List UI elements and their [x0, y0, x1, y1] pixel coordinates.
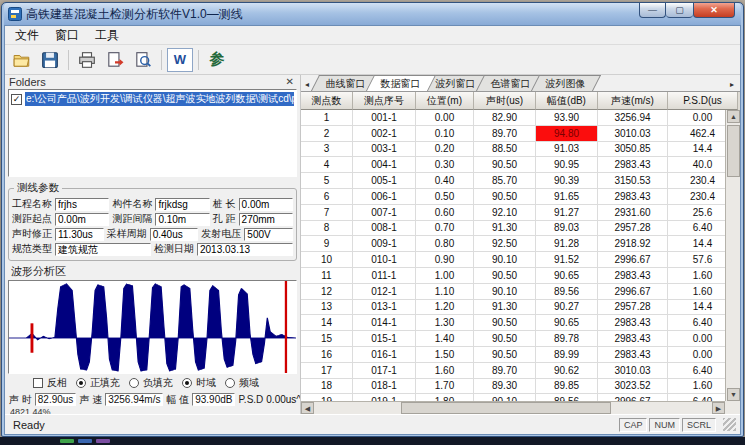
column-header-7[interactable]: P.S.D(us — [668, 92, 738, 110]
cell[interactable]: 89.70 — [474, 126, 536, 142]
tab-scroll-right-icon[interactable]: ▸ — [728, 80, 736, 91]
domain-radio-1[interactable] — [182, 378, 192, 388]
cell[interactable]: 89.78 — [536, 331, 598, 347]
cell[interactable]: 007-1 — [353, 205, 416, 221]
column-header-4[interactable]: 声时(us) — [474, 92, 536, 110]
cell[interactable]: 2 — [301, 126, 353, 142]
cell[interactable]: 3050.85 — [598, 142, 668, 158]
cell[interactable]: 010-1 — [353, 252, 416, 268]
cell[interactable]: 6.40 — [668, 363, 725, 379]
cell[interactable]: 91.03 — [536, 142, 598, 158]
tree-item[interactable]: e:\公司产品\波列开发\调试仪器\超声波实地波列数据\测试cd\p003\p.… — [9, 90, 296, 108]
cell[interactable]: 89.70 — [474, 363, 536, 379]
cell[interactable]: 11 — [301, 268, 353, 284]
export-button[interactable] — [102, 48, 128, 72]
horizontal-scrollbar[interactable]: ◀ ▶ — [301, 401, 725, 414]
cell[interactable]: 90.65 — [536, 268, 598, 284]
cell[interactable]: 014-1 — [353, 315, 416, 331]
cell[interactable]: 4 — [301, 157, 353, 173]
cell[interactable]: 019-1 — [353, 394, 416, 401]
cell[interactable]: 91.30 — [474, 300, 536, 316]
cell[interactable]: 91.52 — [536, 252, 598, 268]
cell[interactable]: 82.90 — [474, 110, 536, 126]
cell[interactable]: 85.70 — [474, 173, 536, 189]
cell[interactable]: 90.10 — [474, 394, 536, 401]
cell[interactable]: 2918.92 — [598, 236, 668, 252]
cell[interactable]: 10 — [301, 252, 353, 268]
cell[interactable]: 2983.43 — [598, 157, 668, 173]
cell[interactable]: 89.30 — [474, 379, 536, 395]
cell[interactable]: 2996.67 — [598, 252, 668, 268]
panel-close-icon[interactable]: ✕ — [284, 77, 296, 87]
scroll-down-icon[interactable]: ▼ — [727, 388, 740, 401]
cell[interactable]: 009-1 — [353, 236, 416, 252]
cell[interactable]: 005-1 — [353, 173, 416, 189]
open-button[interactable] — [9, 48, 35, 72]
resize-grip[interactable] — [723, 418, 736, 431]
cell[interactable]: 0.40 — [416, 173, 474, 189]
cell[interactable]: 89.03 — [536, 221, 598, 237]
cell[interactable]: 91.27 — [536, 205, 598, 221]
cell[interactable]: 2983.43 — [598, 268, 668, 284]
cell[interactable]: 0.50 — [416, 189, 474, 205]
cell[interactable]: 2996.67 — [598, 394, 668, 401]
cell[interactable]: 1.50 — [416, 347, 474, 363]
cell[interactable]: 90.27 — [536, 300, 598, 316]
horizontal-scroll-thumb[interactable] — [401, 402, 611, 414]
cell[interactable]: 90.50 — [474, 268, 536, 284]
cell[interactable]: 90.65 — [536, 315, 598, 331]
fill-radio-1[interactable] — [76, 378, 86, 388]
cell[interactable]: 462.4 — [668, 126, 725, 142]
taskbar-item[interactable] — [60, 439, 74, 443]
preview-button[interactable] — [130, 48, 156, 72]
cell[interactable]: 6 — [301, 189, 353, 205]
cell[interactable]: 0.10 — [416, 126, 474, 142]
cell[interactable]: 16 — [301, 347, 353, 363]
cell[interactable]: 0.70 — [416, 221, 474, 237]
cell[interactable]: 90.50 — [474, 331, 536, 347]
cell[interactable]: 0.00 — [668, 331, 725, 347]
cell[interactable]: 14.4 — [668, 142, 725, 158]
cell[interactable]: 0.60 — [416, 205, 474, 221]
cell[interactable]: 008-1 — [353, 221, 416, 237]
cell[interactable]: 89.99 — [536, 347, 598, 363]
cell[interactable]: 90.10 — [474, 252, 536, 268]
cell[interactable]: 0.00 — [668, 347, 725, 363]
cell[interactable]: 3010.03 — [598, 363, 668, 379]
cell[interactable]: 12 — [301, 284, 353, 300]
cell[interactable]: 004-1 — [353, 157, 416, 173]
cell[interactable]: 90.39 — [536, 173, 598, 189]
cell[interactable]: 2983.43 — [598, 331, 668, 347]
cell[interactable]: 002-1 — [353, 126, 416, 142]
invert-checkbox[interactable] — [33, 378, 43, 388]
cell[interactable]: 3023.52 — [598, 379, 668, 395]
cell[interactable]: 016-1 — [353, 347, 416, 363]
cell[interactable]: 1.00 — [416, 268, 474, 284]
cell[interactable]: 91.30 — [474, 221, 536, 237]
menu-item-1[interactable]: 文件 — [7, 26, 47, 45]
cell[interactable]: 40.0 — [668, 157, 725, 173]
fill-radio-2[interactable] — [129, 378, 139, 388]
cell[interactable]: 90.10 — [474, 284, 536, 300]
cell[interactable]: 90.50 — [474, 347, 536, 363]
cell[interactable]: 017-1 — [353, 363, 416, 379]
cell[interactable]: 2957.28 — [598, 221, 668, 237]
cell[interactable]: 0.00 — [416, 110, 474, 126]
cell[interactable]: 90.50 — [474, 157, 536, 173]
cell[interactable]: 90.50 — [474, 315, 536, 331]
title-bar[interactable]: 高铁建基混凝土检测分析软件V1.0—测线 — ▢ ✕ — [4, 3, 741, 25]
folder-tree[interactable]: e:\公司产品\波列开发\调试仪器\超声波实地波列数据\测试cd\p003\p.… — [8, 89, 297, 177]
cell[interactable]: 2957.28 — [598, 300, 668, 316]
cell[interactable]: 90.95 — [536, 157, 598, 173]
taskbar[interactable] — [0, 437, 745, 445]
cell[interactable]: 0.00 — [668, 110, 725, 126]
column-header-5[interactable]: 幅值(dB) — [536, 92, 598, 110]
cell[interactable]: 2931.60 — [598, 205, 668, 221]
cell[interactable]: 012-1 — [353, 284, 416, 300]
cell[interactable]: 1.20 — [416, 300, 474, 316]
cell[interactable]: 14 — [301, 315, 353, 331]
cell[interactable]: 90.50 — [474, 189, 536, 205]
tab-2[interactable]: 数据窗口 — [366, 75, 436, 91]
cell[interactable]: 1.80 — [416, 394, 474, 401]
cell[interactable]: 57.6 — [668, 252, 725, 268]
